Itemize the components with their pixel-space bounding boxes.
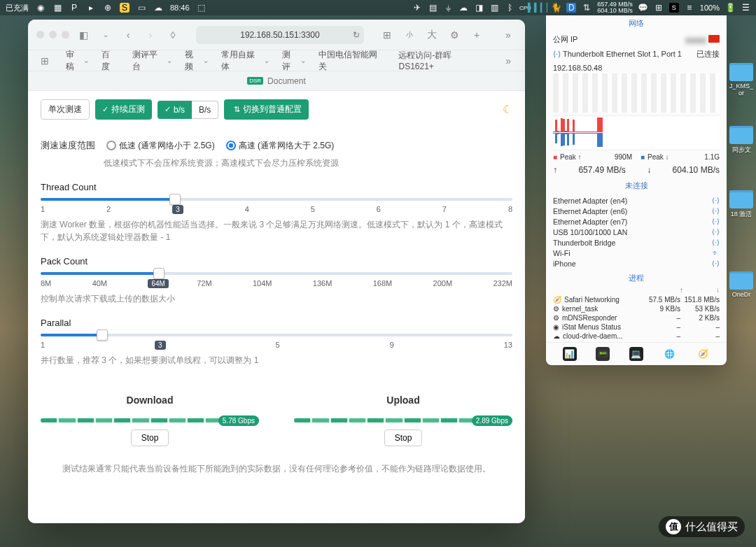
bookmark-item[interactable]: 测评 xyxy=(282,49,306,73)
interface-item[interactable]: Thunderbolt Bridge⟨·⟩ xyxy=(546,237,727,248)
continuous-test-button[interactable]: 持续压测 xyxy=(95,99,152,120)
dock-icon[interactable]: 🧭 xyxy=(696,347,710,361)
results-row: Download 5.78 Gbps Stop Upload 2.89 Gbps… xyxy=(41,395,512,446)
app-icon[interactable]: ▭ xyxy=(136,3,146,13)
text-large-icon[interactable]: 大 xyxy=(424,27,440,43)
menu-icon[interactable]: ⊞ xyxy=(654,3,664,13)
tab-bar[interactable]: DSR Document xyxy=(28,71,525,91)
bookmark-item[interactable]: 常用自媒体 xyxy=(221,49,270,73)
gear-icon[interactable]: ⚙ xyxy=(446,27,463,43)
menu-icon[interactable]: ◨ xyxy=(474,3,484,13)
bookmark-item[interactable]: 测评平台 xyxy=(132,49,172,73)
interface-item[interactable]: Ethernet Adapter (en6)⟨·⟩ xyxy=(546,206,727,216)
app-icon[interactable]: ⬚ xyxy=(197,3,206,13)
slider-track[interactable] xyxy=(41,198,512,201)
sidebar-icon[interactable]: ◧ xyxy=(75,27,92,43)
speed-range-label: 测速速度范围 xyxy=(41,139,95,152)
overflow-icon[interactable]: » xyxy=(500,52,517,69)
menu-icon[interactable]: ✈ xyxy=(412,3,422,13)
forward-icon[interactable]: › xyxy=(142,27,159,43)
desktop-folder[interactable]: OneDr xyxy=(728,271,755,298)
text-small-icon[interactable]: 小 xyxy=(401,27,418,43)
app-icon[interactable]: ◉ xyxy=(36,3,46,13)
dock-icon[interactable]: 📊 xyxy=(563,347,577,361)
app-icon[interactable]: ☁ xyxy=(153,3,163,13)
low-speed-radio[interactable]: 低速 (通常网络小于 2.5G) xyxy=(106,140,215,152)
menu-icon[interactable]: ⇅ xyxy=(582,3,592,13)
menu-icon[interactable]: S xyxy=(669,3,679,13)
upload-result: Upload 2.89 Gbps Stop xyxy=(294,395,512,446)
bps-off-button[interactable]: B/s xyxy=(192,101,218,119)
interface-item[interactable]: USB 10/100/1000 LAN⟨·⟩ xyxy=(546,227,727,237)
dark-mode-icon[interactable]: ☾ xyxy=(503,103,512,116)
bookmark-item[interactable]: 视频 xyxy=(185,49,209,73)
section-title: 进程 xyxy=(546,270,727,286)
app-icon[interactable]: ▦ xyxy=(52,3,62,13)
stop-button[interactable]: Stop xyxy=(131,429,169,446)
menu-icon[interactable]: ▤ xyxy=(428,3,438,13)
slider-title: Parallal xyxy=(41,318,512,328)
bookmark-item[interactable]: 百度 xyxy=(102,49,120,73)
bps-on-button[interactable]: b/s xyxy=(158,101,192,119)
safari-window: ◧ ⌄ ‹ › ◊ 192.168.50.151:3300 ↻ ⊞ 小 大 ⚙ … xyxy=(28,20,525,523)
menu-icon[interactable]: ⏚ xyxy=(443,3,453,13)
speed-range-hint: 低速模式下不会压榨系统资源；高速模式下会尽力压榨系统资源 xyxy=(104,157,512,169)
section-title: 网络 xyxy=(546,15,727,31)
bluetooth-icon[interactable]: ᛒ xyxy=(505,3,514,13)
overflow-icon[interactable]: » xyxy=(500,27,517,43)
bookmark-item[interactable]: 审稿 xyxy=(66,49,90,73)
slider-ticks: 135913 xyxy=(41,341,512,350)
high-speed-radio[interactable]: 高速 (通常网络大于 2.5G) xyxy=(226,140,335,152)
stop-button[interactable]: Stop xyxy=(384,429,423,446)
slider-track[interactable] xyxy=(41,334,512,336)
menu-icon[interactable]: ☰ xyxy=(741,3,750,13)
wechat-icon[interactable]: 💬 xyxy=(638,3,648,13)
menu-icon[interactable]: ☁ xyxy=(458,3,468,13)
interface-item[interactable]: iPhone⟨·⟩ xyxy=(546,258,727,269)
tab-favicon: DSR xyxy=(247,77,263,85)
dock-icon[interactable]: 📟 xyxy=(596,347,610,361)
interface-item[interactable]: Ethernet Adapter (en4)⟨·⟩ xyxy=(546,195,727,206)
menu-icon[interactable]: ▍▍▎▏ xyxy=(536,3,545,13)
shield-icon[interactable]: ◊ xyxy=(164,27,181,43)
dock-icon[interactable]: 💻 xyxy=(629,347,643,361)
single-test-button[interactable]: 单次测速 xyxy=(41,99,90,120)
reload-icon[interactable]: ↻ xyxy=(353,30,360,40)
process-item: ⚙mDNSResponder–2 KB/s xyxy=(553,313,720,322)
app-icon[interactable]: S xyxy=(120,3,130,13)
interface-item[interactable]: Wi-Fiᯤ xyxy=(546,248,727,258)
menu-icon[interactable]: ▥ xyxy=(489,3,499,13)
slider-knob[interactable] xyxy=(153,268,164,279)
chevron-down-icon[interactable]: ⌄ xyxy=(97,27,114,43)
app-icon[interactable]: ▸ xyxy=(86,3,96,13)
safari-toolbar: ◧ ⌄ ‹ › ◊ 192.168.50.151:3300 ↻ ⊞ 小 大 ⚙ … xyxy=(28,20,525,50)
tab-title: Document xyxy=(267,76,306,86)
menu-icon[interactable]: 🐈 xyxy=(551,3,561,13)
dock-icon[interactable]: 🌐 xyxy=(663,347,677,361)
back-icon[interactable]: ‹ xyxy=(120,27,136,43)
bookmark-item[interactable]: 远程访问-群晖DS1621+ xyxy=(398,50,487,71)
slider-desc: 测速 Worker 数量，根据你的机器性能适当选择。一般来说 3 个足够满足万兆… xyxy=(41,218,512,243)
menu-icon[interactable]: D xyxy=(566,3,576,13)
grid-icon[interactable]: ⊞ xyxy=(379,27,396,43)
menu-icon[interactable]: ≡ xyxy=(685,3,694,13)
window-controls[interactable] xyxy=(36,31,69,38)
result-title: Upload xyxy=(294,395,512,406)
desktop-folder[interactable]: 18 激活 xyxy=(728,190,755,219)
slider-track[interactable] xyxy=(41,272,512,275)
interface-row[interactable]: ⟨·⟩ Thunderbolt Ethernet Slot 1, Port 1 … xyxy=(546,48,727,62)
slider-knob[interactable] xyxy=(97,329,108,341)
app-icon[interactable]: P xyxy=(69,3,79,13)
interface-item[interactable]: Ethernet Adapter (en7)⟨·⟩ xyxy=(546,216,727,227)
app-icon[interactable]: ⊕ xyxy=(103,3,113,13)
slider-knob[interactable] xyxy=(169,194,181,205)
desktop-folder[interactable]: J_KMS_or xyxy=(728,63,755,97)
desktop-folder[interactable]: 同步文 xyxy=(728,126,755,155)
switch-config-button[interactable]: ⇅ 切换到普通配置 xyxy=(224,99,309,120)
bookmarks-bar: ⊞ 审稿 百度 测评平台 视频 常用自媒体 测评 中国电信智能网关 远程访问-群… xyxy=(28,50,525,71)
plus-icon[interactable]: + xyxy=(468,27,485,43)
bookmark-item[interactable]: 中国电信智能网关 xyxy=(318,49,386,73)
speed-badge: 2.89 Gbps xyxy=(472,415,512,426)
address-bar[interactable]: 192.168.50.151:3300 ↻ xyxy=(196,26,364,44)
apps-icon[interactable]: ⊞ xyxy=(36,52,53,69)
